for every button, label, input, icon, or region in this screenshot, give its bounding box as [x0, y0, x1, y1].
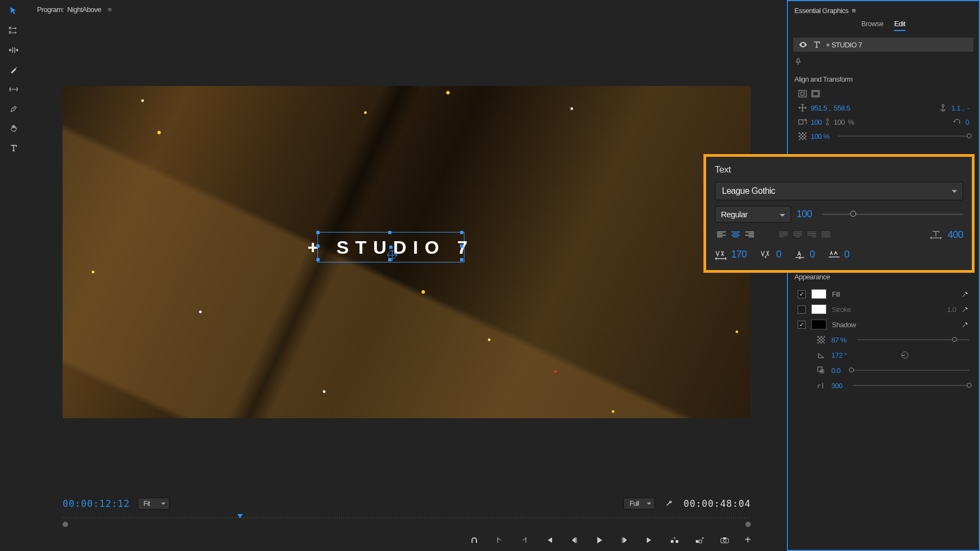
tab-edit[interactable]: Edit [894, 20, 905, 31]
justify-last-center-button[interactable] [791, 228, 804, 241]
shadow-color-swatch[interactable] [811, 320, 826, 329]
kerning-value[interactable]: 0 [776, 249, 782, 260]
anchor-point-icon[interactable] [388, 250, 396, 259]
scale-icon [798, 117, 807, 127]
fill-color-swatch[interactable] [811, 289, 826, 299]
mark-in-icon[interactable] [494, 535, 504, 545]
shadow-opacity-value[interactable]: 87 % [831, 336, 847, 344]
stroke-label: Stroke [832, 305, 851, 314]
step-back-button[interactable] [569, 535, 579, 545]
extract-button[interactable] [695, 535, 705, 545]
program-viewport[interactable]: + STUDIO 7 [27, 19, 786, 486]
baseline-value[interactable]: 0 [810, 249, 815, 260]
align-safe-icon[interactable] [811, 89, 820, 99]
align-transform-label: Align and Transform [788, 72, 979, 87]
shadow-opacity-slider[interactable] [857, 339, 969, 340]
selection-tool[interactable] [8, 5, 19, 16]
rotation-value[interactable]: 0 [965, 118, 969, 126]
button-editor-icon[interactable]: + [745, 534, 751, 546]
scale-h-value: 100 [834, 118, 844, 126]
shadow-distance-slider[interactable] [852, 370, 969, 371]
shadow-angle-value[interactable]: 172 ° [831, 351, 847, 359]
eyedropper-icon[interactable] [961, 290, 969, 298]
justify-last-right-button[interactable] [805, 228, 818, 241]
program-timeline[interactable] [63, 517, 751, 527]
opacity-icon [798, 131, 807, 141]
tracking-value[interactable]: 170 [731, 249, 747, 260]
visibility-icon[interactable] [799, 41, 807, 48]
shadow-blur-value[interactable]: 300 [831, 382, 842, 390]
tab-browse[interactable]: Browse [861, 20, 883, 31]
align-grid-icon[interactable] [798, 89, 807, 99]
hand-tool[interactable] [8, 123, 19, 134]
shadow-distance-value[interactable]: 0.0 [831, 366, 841, 375]
fill-checkbox[interactable] [798, 290, 806, 298]
step-forward-button[interactable] [620, 535, 629, 545]
opacity-slider[interactable] [838, 136, 969, 137]
panel-menu-icon[interactable]: ≡ [852, 7, 855, 15]
scale-w-value[interactable]: 100 [811, 118, 822, 126]
opacity-value[interactable]: 100 % [811, 132, 829, 140]
svg-rect-21 [820, 369, 824, 374]
align-left-button[interactable] [715, 228, 728, 241]
ripple-edit-tool[interactable] [8, 45, 19, 56]
rotation-icon [952, 117, 962, 127]
svg-rect-9 [799, 90, 806, 97]
stroke-width-value[interactable]: 1.0 [947, 305, 956, 314]
stroke-color-swatch[interactable] [811, 304, 826, 314]
razor-tool[interactable] [8, 64, 19, 75]
lift-button[interactable] [670, 535, 679, 545]
go-to-out-button[interactable] [645, 535, 654, 545]
panel-menu-icon[interactable]: ≡ [108, 5, 112, 14]
leading-value[interactable]: 0 [844, 249, 850, 260]
export-frame-button[interactable] [720, 535, 730, 545]
font-size-slider[interactable] [822, 213, 963, 215]
position-x-value[interactable]: 951.5 , [811, 104, 830, 112]
stroke-checkbox[interactable] [798, 305, 806, 314]
playback-quality-select[interactable]: Full [623, 498, 655, 510]
anchor-x-value[interactable]: 1.1 , [951, 104, 964, 112]
justify-last-left-button[interactable] [777, 228, 790, 241]
program-monitor-panel: Program: NightAbove ≡ + STUDIO 7 00:00:1… [27, 0, 787, 551]
text-selection-box[interactable]: + STUDIO 7 [317, 232, 464, 262]
svg-point-7 [723, 539, 726, 542]
pin-icon[interactable] [788, 54, 979, 72]
mark-out-icon[interactable] [519, 535, 529, 545]
slip-tool[interactable] [8, 84, 19, 95]
play-button[interactable] [595, 535, 604, 545]
font-size-value[interactable]: 100 [797, 209, 812, 220]
svg-rect-10 [801, 92, 804, 95]
panel-tabs: Browse Edit [788, 20, 979, 35]
type-tool[interactable] [8, 143, 19, 154]
svg-rect-15 [799, 132, 806, 140]
angle-dial-icon[interactable] [901, 351, 909, 359]
go-to-in-button[interactable] [544, 535, 554, 545]
position-y-value[interactable]: 558.5 [834, 104, 850, 112]
svg-rect-18 [817, 336, 825, 344]
anchor-y-value[interactable]: - [967, 104, 969, 112]
align-center-button[interactable] [729, 228, 742, 241]
track-select-tool[interactable] [8, 25, 19, 36]
layer-item[interactable]: + STUDIO 7 [793, 38, 973, 52]
duration-timecode[interactable]: 00:00:48:04 [683, 498, 751, 509]
font-weight-select[interactable]: Regular [715, 206, 791, 223]
justify-all-button[interactable] [819, 228, 832, 241]
text-width-value[interactable]: 400 [947, 229, 963, 241]
link-icon[interactable] [825, 118, 830, 126]
mark-in-button[interactable] [469, 535, 479, 545]
eyedropper-icon[interactable] [961, 305, 969, 313]
pen-tool[interactable] [8, 103, 19, 114]
current-timecode[interactable]: 00:00:12:12 [63, 498, 130, 509]
zoom-level-select[interactable]: Fit [138, 498, 169, 510]
align-right-button[interactable] [743, 228, 756, 241]
in-point-handle[interactable] [63, 522, 68, 527]
shadow-distance-icon [816, 365, 826, 375]
out-point-handle[interactable] [745, 522, 751, 527]
shadow-checkbox[interactable] [798, 321, 806, 329]
font-family-select[interactable]: League Gothic [715, 182, 963, 200]
eyedropper-icon[interactable] [961, 321, 969, 328]
shadow-blur-slider[interactable] [853, 385, 969, 386]
text-width-icon [930, 230, 942, 239]
settings-icon[interactable] [665, 499, 673, 508]
text-section-highlight: Text League Gothic Regular 100 4 [703, 154, 975, 273]
